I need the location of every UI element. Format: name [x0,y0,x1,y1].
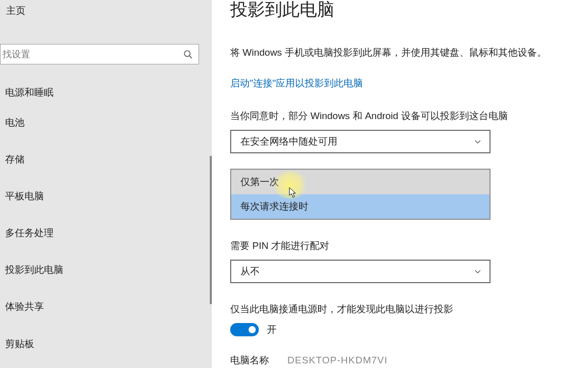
setting-allow-dropdown[interactable]: 在安全网络中随处可用 [230,130,491,153]
sidebar-item-tablet[interactable]: 平板电脑 [0,178,212,215]
sidebar-item-projecting[interactable]: 投影到此电脑 [0,251,212,288]
svg-line-1 [189,56,192,58]
search-input[interactable] [3,49,171,60]
toggle-row: 开 [230,323,587,336]
pc-name-row: 电脑名称 DESKTOP-HKDM7VI [230,354,587,367]
toggle-knob [249,326,256,333]
settings-sidebar: 主页 电源和睡眠 电池 存储 平板电脑 多任务处理 投影到此电脑 体验共享 剪贴… [0,0,212,368]
sidebar-item-clipboard[interactable]: 剪贴板 [0,325,212,351]
chevron-down-icon [474,138,481,145]
page-title: 投影到此电脑 [230,0,587,19]
power-toggle[interactable] [230,323,259,336]
sidebar-item-multitask[interactable]: 多任务处理 [0,215,212,251]
toggle-state-label: 开 [267,323,277,336]
pc-name-value: DESKTOP-HKDM7VI [287,355,387,366]
sidebar-scrollbar[interactable] [210,0,212,368]
dropdown-value: 在安全网络中随处可用 [240,135,337,148]
search-icon [183,50,192,59]
sidebar-item-storage[interactable]: 存储 [0,141,212,178]
page-description: 将 Windows 手机或电脑投影到此屏幕，并使用其键盘、鼠标和其他设备。 [230,44,562,61]
ask-dropdown-list: 仅第一次 每次请求连接时 [230,169,491,220]
sidebar-item-battery[interactable]: 电池 [0,104,212,141]
launch-connect-link[interactable]: 启动"连接"应用以投影到此电脑 [230,77,587,90]
setting-power-label: 仅当此电脑接通电源时，才能发现此电脑以进行投影 [230,303,587,316]
chevron-down-icon [474,268,481,275]
sidebar-item-shared[interactable]: 体验共享 [0,288,212,325]
home-link[interactable]: 主页 [0,0,212,24]
sidebar-nav: 电源和睡眠 电池 存储 平板电脑 多任务处理 投影到此电脑 体验共享 剪贴板 [0,86,212,351]
dropdown-value: 从不 [240,265,260,278]
setting-pin-dropdown[interactable]: 从不 [230,260,491,283]
search-settings-box[interactable] [0,44,199,64]
sidebar-item-power[interactable]: 电源和睡眠 [0,86,212,104]
svg-point-0 [184,51,190,56]
setting-allow-label: 当你同意时，部分 Windows 和 Android 设备可以投影到这台电脑 [230,109,587,123]
dropdown-option-first-time[interactable]: 仅第一次 [231,170,489,194]
setting-pin-label: 需要 PIN 才能进行配对 [230,239,587,252]
dropdown-option-every-time[interactable]: 每次请求连接时 [231,194,489,219]
scrollbar-thumb[interactable] [210,156,212,304]
main-content: 投影到此电脑 将 Windows 手机或电脑投影到此屏幕，并使用其键盘、鼠标和其… [230,0,587,368]
pc-name-label: 电脑名称 [230,354,269,367]
